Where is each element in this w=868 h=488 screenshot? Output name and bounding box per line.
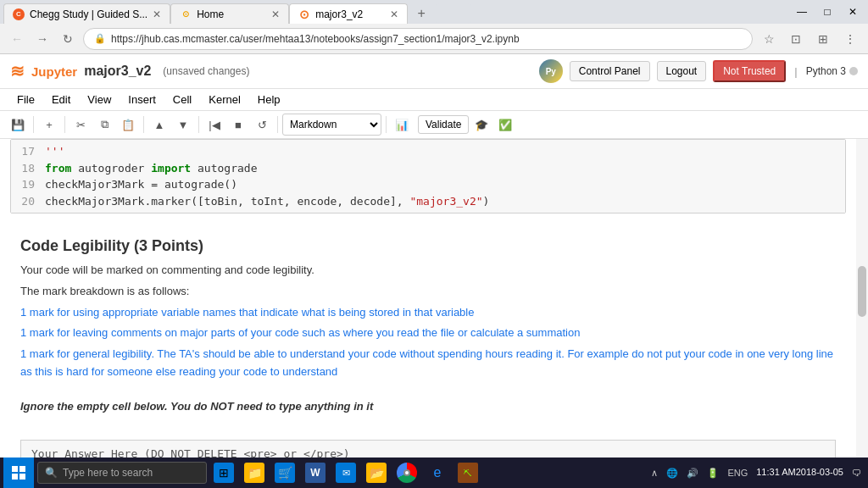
- menu-file[interactable]: File: [10, 91, 42, 108]
- chrome-icon: [397, 463, 417, 483]
- menu-kernel[interactable]: Kernel: [202, 91, 248, 108]
- menu-edit[interactable]: Edit: [45, 91, 77, 108]
- validate-button[interactable]: Validate: [418, 115, 469, 134]
- address-bar: ← → ↻ 🔒 https://jhub.cas.mcmaster.ca/use…: [0, 24, 868, 54]
- taskbar-search-box[interactable]: 🔍 Type here to search: [37, 462, 207, 484]
- explorer-button[interactable]: 📂: [363, 458, 390, 488]
- minecraft-button[interactable]: ⛏: [454, 458, 481, 488]
- menu-view[interactable]: View: [81, 91, 118, 108]
- cell-type-select[interactable]: Markdown Code Raw NBConvert: [282, 114, 381, 136]
- jupyter-brand: Jupyter: [31, 64, 77, 79]
- tab-jupyter-label: major3_v2: [315, 8, 363, 20]
- stop-button[interactable]: ■: [227, 114, 249, 136]
- task-view-icon: ⊞: [214, 463, 234, 483]
- paste-button[interactable]: 📋: [117, 114, 139, 136]
- bookmark-button[interactable]: ☆: [758, 28, 780, 50]
- svg-rect-1: [19, 466, 25, 472]
- scrollbar-track[interactable]: [856, 139, 868, 458]
- store-button[interactable]: 🛒: [271, 458, 298, 488]
- code-cell[interactable]: 17 18 19 20 ''' from autogroder import a…: [10, 139, 846, 214]
- ignore-note-section: Ignore the empty cell below. You do NOT …: [0, 391, 856, 426]
- word-button[interactable]: W: [302, 458, 329, 488]
- taskbar: 🔍 Type here to search ⊞ 📁 🛒 W ✉ 📂 e: [0, 458, 868, 488]
- logout-button[interactable]: Logout: [657, 61, 707, 81]
- clock[interactable]: 11:31 AM 2018-03-05: [753, 458, 847, 488]
- restart-button[interactable]: ↺: [251, 114, 273, 136]
- not-trusted-button[interactable]: Not Trusted: [713, 60, 786, 82]
- kernel-info: Python 3: [806, 65, 858, 77]
- chart-button[interactable]: 📊: [391, 114, 413, 136]
- move-up-button[interactable]: ▲: [148, 114, 170, 136]
- reload-button[interactable]: ↻: [58, 29, 78, 49]
- svg-rect-0: [12, 466, 18, 472]
- kernel-status-circle: [849, 67, 858, 75]
- title-bar: C Chegg Study | Guided S... ✕ ⊙ Home ✕ ⊙…: [0, 0, 868, 24]
- extensions-button[interactable]: ⊞: [812, 28, 834, 50]
- code-line-18: from autogroder import autograde: [45, 160, 838, 177]
- tab-chegg[interactable]: C Chegg Study | Guided S... ✕: [3, 3, 170, 24]
- point-1-text: 1 mark for using appropriate variable na…: [20, 306, 474, 319]
- cast-button[interactable]: ⊡: [785, 28, 807, 50]
- close-button[interactable]: ✕: [841, 0, 865, 24]
- new-tab-button[interactable]: +: [409, 3, 433, 24]
- battery-icon[interactable]: 🔋: [704, 458, 722, 488]
- home-icon: ⊙: [180, 8, 192, 20]
- code-line-20: checkMajor3Mark.marker([toBin, toInt, en…: [45, 193, 838, 210]
- menu-help[interactable]: Help: [251, 91, 287, 108]
- control-panel-button[interactable]: Control Panel: [570, 61, 650, 81]
- network-icon[interactable]: 🌐: [663, 458, 682, 488]
- search-icon: 🔍: [45, 467, 58, 479]
- answer-cell-section: Your Answer Here (DO NOT DELETE <pre> or…: [0, 426, 856, 458]
- cut-button[interactable]: ✂: [70, 114, 92, 136]
- unsaved-label: (unsaved changes): [163, 65, 249, 77]
- move-down-button[interactable]: ▼: [172, 114, 194, 136]
- file-explorer-button[interactable]: 📁: [241, 458, 268, 488]
- windows-icon: [12, 466, 25, 480]
- chrome-button[interactable]: [393, 458, 420, 488]
- maximize-button[interactable]: □: [815, 0, 839, 24]
- address-input[interactable]: 🔒 https://jhub.cas.mcmaster.ca/user/meht…: [83, 28, 753, 50]
- notification-button[interactable]: 🗨: [849, 458, 865, 488]
- mail-button[interactable]: ✉: [332, 458, 359, 488]
- menu-cell[interactable]: Cell: [166, 91, 198, 108]
- tab-chegg-close[interactable]: ✕: [153, 8, 161, 20]
- answer-cell[interactable]: Your Answer Here (DO NOT DELETE <pre> or…: [20, 440, 836, 458]
- show-hidden-button[interactable]: ∧: [648, 458, 661, 488]
- ignore-note: Ignore the empty cell below. You do NOT …: [20, 398, 836, 416]
- lock-icon: 🔒: [94, 33, 106, 44]
- run-prev-button[interactable]: |◀: [203, 114, 225, 136]
- forward-button[interactable]: →: [32, 29, 53, 49]
- ie-icon: e: [427, 463, 448, 483]
- python-logo: Py: [539, 59, 563, 83]
- back-button[interactable]: ←: [7, 29, 27, 49]
- menu-insert[interactable]: Insert: [121, 91, 163, 108]
- menu-button[interactable]: ⋮: [839, 28, 861, 50]
- minimize-button[interactable]: —: [790, 0, 814, 24]
- scroll-area[interactable]: 17 18 19 20 ''' from autogroder import a…: [0, 139, 856, 458]
- save-button[interactable]: 💾: [7, 114, 29, 136]
- volume-icon[interactable]: 🔊: [683, 458, 702, 488]
- point-3: 1 mark for general legibility. The TA's …: [20, 346, 836, 381]
- ie-button[interactable]: e: [424, 458, 451, 488]
- start-button[interactable]: [3, 458, 34, 488]
- tab-home-close[interactable]: ✕: [271, 8, 280, 20]
- task-view-button[interactable]: ⊞: [210, 458, 237, 488]
- tab-jupyter[interactable]: ⊙ major3_v2 ✕: [289, 3, 408, 24]
- add-cell-button[interactable]: +: [38, 114, 60, 136]
- lang-button[interactable]: ENG: [724, 458, 751, 488]
- check-button[interactable]: ✅: [494, 114, 516, 136]
- tab-placeholder: [437, 3, 470, 24]
- tab-jupyter-close[interactable]: ✕: [390, 8, 398, 20]
- window-controls: — □ ✕: [790, 0, 865, 24]
- copy-button[interactable]: ⧉: [93, 114, 115, 136]
- svg-rect-3: [19, 474, 25, 480]
- scrollbar-thumb[interactable]: [858, 266, 866, 317]
- toolbar-sep-3: [143, 116, 144, 133]
- code-legibility-section: Code Legibility (3 Points) Your code wil…: [0, 220, 856, 391]
- search-placeholder: Type here to search: [63, 467, 153, 479]
- intro-line-1: Your code will be marked on commenting a…: [20, 262, 836, 280]
- academy-button[interactable]: 🎓: [470, 114, 492, 136]
- tab-home[interactable]: ⊙ Home ✕: [170, 3, 289, 24]
- tab-home-label: Home: [197, 8, 224, 20]
- jupyter-tab-icon: ⊙: [298, 8, 310, 20]
